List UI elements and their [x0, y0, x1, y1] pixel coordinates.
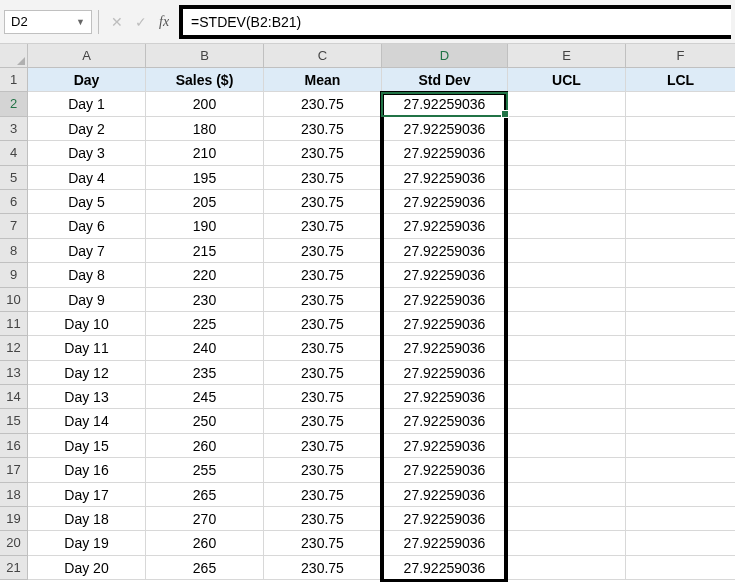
row-header-16[interactable]: 16 [0, 434, 28, 458]
column-header-b[interactable]: B [146, 44, 264, 68]
row-header-15[interactable]: 15 [0, 409, 28, 433]
cell-B7[interactable]: 190 [146, 214, 264, 238]
cell-A10[interactable]: Day 9 [28, 288, 146, 312]
cell-A3[interactable]: Day 2 [28, 117, 146, 141]
cell-C20[interactable]: 230.75 [264, 531, 382, 555]
cell-C9[interactable]: 230.75 [264, 263, 382, 287]
cell-C19[interactable]: 230.75 [264, 507, 382, 531]
cell-B18[interactable]: 265 [146, 483, 264, 507]
cell-E5[interactable] [508, 166, 626, 190]
cell-C6[interactable]: 230.75 [264, 190, 382, 214]
cell-F3[interactable] [626, 117, 735, 141]
cell-C17[interactable]: 230.75 [264, 458, 382, 482]
row-header-7[interactable]: 7 [0, 214, 28, 238]
cell-F4[interactable] [626, 141, 735, 165]
cell-E4[interactable] [508, 141, 626, 165]
select-all-button[interactable] [0, 44, 28, 68]
cell-F12[interactable] [626, 336, 735, 360]
cell-E21[interactable] [508, 556, 626, 580]
column-header-c[interactable]: C [264, 44, 382, 68]
cell-D13[interactable]: 27.92259036 [382, 361, 508, 385]
cell-C13[interactable]: 230.75 [264, 361, 382, 385]
cell-B13[interactable]: 235 [146, 361, 264, 385]
cell-E9[interactable] [508, 263, 626, 287]
cell-E15[interactable] [508, 409, 626, 433]
cell-E3[interactable] [508, 117, 626, 141]
cell-C15[interactable]: 230.75 [264, 409, 382, 433]
cell-C12[interactable]: 230.75 [264, 336, 382, 360]
cell-E20[interactable] [508, 531, 626, 555]
cell-D4[interactable]: 27.92259036 [382, 141, 508, 165]
cell-E10[interactable] [508, 288, 626, 312]
cell-A20[interactable]: Day 19 [28, 531, 146, 555]
cell-A2[interactable]: Day 1 [28, 92, 146, 116]
row-header-21[interactable]: 21 [0, 556, 28, 580]
row-header-4[interactable]: 4 [0, 141, 28, 165]
formula-input[interactable] [183, 14, 731, 30]
cell-B15[interactable]: 250 [146, 409, 264, 433]
cell-F18[interactable] [626, 483, 735, 507]
cell-E14[interactable] [508, 385, 626, 409]
cell-A12[interactable]: Day 11 [28, 336, 146, 360]
cell-A13[interactable]: Day 12 [28, 361, 146, 385]
cell-B17[interactable]: 255 [146, 458, 264, 482]
cell-E7[interactable] [508, 214, 626, 238]
cancel-icon[interactable]: ✕ [111, 14, 123, 30]
cell-F15[interactable] [626, 409, 735, 433]
cell-A1[interactable]: Day [28, 68, 146, 92]
cell-C18[interactable]: 230.75 [264, 483, 382, 507]
cell-C4[interactable]: 230.75 [264, 141, 382, 165]
cell-F9[interactable] [626, 263, 735, 287]
cell-A19[interactable]: Day 18 [28, 507, 146, 531]
cell-D1[interactable]: Std Dev [382, 68, 508, 92]
row-header-11[interactable]: 11 [0, 312, 28, 336]
cell-C11[interactable]: 230.75 [264, 312, 382, 336]
cell-A5[interactable]: Day 4 [28, 166, 146, 190]
cell-E2[interactable] [508, 92, 626, 116]
cell-E17[interactable] [508, 458, 626, 482]
cell-D17[interactable]: 27.92259036 [382, 458, 508, 482]
cell-B9[interactable]: 220 [146, 263, 264, 287]
cell-A9[interactable]: Day 8 [28, 263, 146, 287]
cell-F10[interactable] [626, 288, 735, 312]
cell-A16[interactable]: Day 15 [28, 434, 146, 458]
cell-D12[interactable]: 27.92259036 [382, 336, 508, 360]
column-header-f[interactable]: F [626, 44, 735, 68]
row-header-19[interactable]: 19 [0, 507, 28, 531]
cell-D10[interactable]: 27.92259036 [382, 288, 508, 312]
cell-E6[interactable] [508, 190, 626, 214]
row-header-17[interactable]: 17 [0, 458, 28, 482]
cell-F19[interactable] [626, 507, 735, 531]
row-header-1[interactable]: 1 [0, 68, 28, 92]
cell-D19[interactable]: 27.92259036 [382, 507, 508, 531]
cell-D18[interactable]: 27.92259036 [382, 483, 508, 507]
cell-E8[interactable] [508, 239, 626, 263]
cell-F7[interactable] [626, 214, 735, 238]
cell-F8[interactable] [626, 239, 735, 263]
cell-C5[interactable]: 230.75 [264, 166, 382, 190]
cell-B4[interactable]: 210 [146, 141, 264, 165]
column-header-d[interactable]: D [382, 44, 508, 68]
cell-F6[interactable] [626, 190, 735, 214]
cell-B2[interactable]: 200 [146, 92, 264, 116]
row-header-13[interactable]: 13 [0, 361, 28, 385]
cell-B20[interactable]: 260 [146, 531, 264, 555]
cell-A21[interactable]: Day 20 [28, 556, 146, 580]
cell-D11[interactable]: 27.92259036 [382, 312, 508, 336]
cell-A11[interactable]: Day 10 [28, 312, 146, 336]
name-box[interactable]: D2 ▼ [4, 10, 92, 34]
cell-C2[interactable]: 230.75 [264, 92, 382, 116]
cell-F1[interactable]: LCL [626, 68, 735, 92]
cell-F17[interactable] [626, 458, 735, 482]
column-header-a[interactable]: A [28, 44, 146, 68]
cell-C7[interactable]: 230.75 [264, 214, 382, 238]
cell-C21[interactable]: 230.75 [264, 556, 382, 580]
name-box-dropdown-icon[interactable]: ▼ [76, 17, 85, 27]
cell-E18[interactable] [508, 483, 626, 507]
cell-D20[interactable]: 27.92259036 [382, 531, 508, 555]
cell-C3[interactable]: 230.75 [264, 117, 382, 141]
cell-D2[interactable]: 27.92259036 [382, 92, 508, 116]
cell-F21[interactable] [626, 556, 735, 580]
row-header-10[interactable]: 10 [0, 288, 28, 312]
row-header-3[interactable]: 3 [0, 117, 28, 141]
